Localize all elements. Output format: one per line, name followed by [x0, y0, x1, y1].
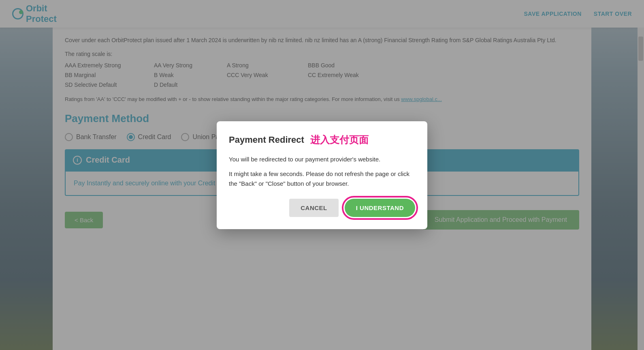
modal-chinese-title: 进入支付页面 [310, 133, 369, 146]
modal-header: Payment Redirect 进入支付页面 [229, 133, 415, 146]
cancel-button[interactable]: CANCEL [289, 199, 339, 217]
modal-buttons: CANCEL I UNDERSTAND [229, 199, 415, 217]
payment-redirect-modal: Payment Redirect 进入支付页面 You will be redi… [217, 121, 427, 229]
modal-body-line2: It might take a few seconds. Please do n… [229, 169, 415, 189]
modal-body-line1: You will be redirected to our payment pr… [229, 155, 415, 164]
modal-body: You will be redirected to our payment pr… [229, 155, 415, 189]
modal-overlay: Payment Redirect 进入支付页面 You will be redi… [0, 0, 644, 350]
understand-button[interactable]: I UNDERSTAND [345, 199, 415, 217]
modal-title: Payment Redirect [229, 135, 304, 145]
